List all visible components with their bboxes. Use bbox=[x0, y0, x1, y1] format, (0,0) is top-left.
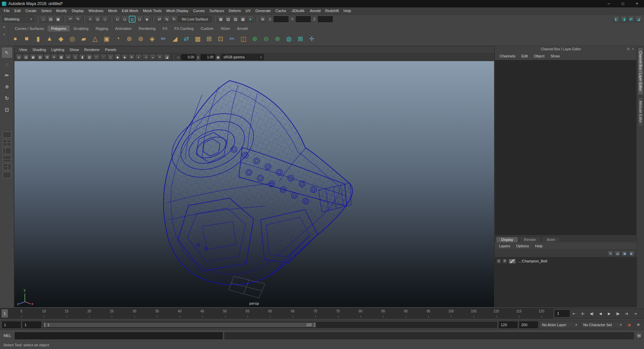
toggle-tool-settings-icon[interactable]: ◩ bbox=[628, 16, 635, 22]
channel-box-menu-item[interactable]: Show bbox=[547, 54, 563, 58]
shelf-tab[interactable]: Animation bbox=[112, 26, 135, 32]
poly-torus-icon[interactable]: ◎ bbox=[67, 34, 77, 44]
poly-cylinder-icon[interactable]: ▮ bbox=[33, 34, 43, 44]
resolution-gate-icon[interactable]: ▯ bbox=[72, 54, 78, 60]
menu-item[interactable]: Create bbox=[23, 7, 39, 14]
channel-box-menu-item[interactable]: Channels bbox=[497, 54, 518, 58]
viewport-menu-item[interactable]: Shading bbox=[30, 48, 49, 52]
lock-camera-icon[interactable]: ◎ bbox=[16, 54, 22, 60]
color-management-icon[interactable]: ◉ bbox=[217, 55, 220, 59]
lasso-tool-icon[interactable]: ◌ bbox=[2, 59, 12, 69]
hypershade-icon[interactable]: ● bbox=[247, 16, 254, 22]
shelf-menu-icon[interactable]: ≡ bbox=[2, 32, 7, 37]
poly-extrude-icon[interactable]: ⊞ bbox=[204, 34, 214, 44]
layer-editor-menu-item[interactable]: Layers bbox=[496, 244, 513, 248]
render-settings-icon[interactable]: ▩ bbox=[239, 16, 246, 22]
multi-cut-icon[interactable]: ✂ bbox=[227, 34, 237, 44]
ipr-render-icon[interactable]: ▨ bbox=[232, 16, 239, 22]
mel-command-input[interactable] bbox=[15, 332, 223, 339]
select-by-component-icon[interactable]: ◇ bbox=[102, 16, 108, 22]
time-slider-ruler[interactable]: 1 5 10 15 20 25 30 35 40 45 50 bbox=[0, 308, 553, 318]
rotate-tool-icon[interactable]: ↻ bbox=[2, 93, 12, 103]
gamma-icon[interactable]: γ bbox=[197, 55, 199, 59]
layout-hypershade-persp-icon[interactable] bbox=[3, 164, 11, 170]
exposure-icon[interactable]: ☼ bbox=[176, 55, 180, 59]
shelf-tab[interactable]: Rendering bbox=[135, 26, 159, 32]
use-all-lights-icon[interactable]: ☀ bbox=[128, 54, 135, 60]
command-result-area[interactable] bbox=[224, 332, 634, 339]
menu-item[interactable]: Surfaces bbox=[207, 7, 226, 14]
range-slider-bar[interactable]: 1 120 bbox=[44, 322, 316, 327]
go-to-end-icon[interactable]: ⇥ bbox=[631, 310, 639, 317]
outputs-from-selected-icon[interactable]: ⇆ bbox=[163, 16, 170, 22]
bookmark-icon[interactable]: ▣ bbox=[30, 54, 36, 60]
poly-pipe-icon[interactable]: ▣ bbox=[101, 34, 112, 44]
playback-end-field[interactable]: 120 bbox=[499, 321, 518, 328]
poly-wedge-icon[interactable]: ◢ bbox=[170, 34, 180, 44]
poly-combine-icon[interactable]: ▦ bbox=[193, 34, 203, 44]
character-set-dropdown[interactable]: No Character Set ▾ bbox=[581, 321, 624, 328]
xray-icon[interactable]: ◓ bbox=[157, 54, 163, 60]
range-slider-track[interactable]: 1 120 bbox=[43, 322, 497, 328]
shelf-tab[interactable]: XGen bbox=[217, 26, 233, 32]
step-back-frame-icon[interactable]: ⇇ bbox=[579, 310, 587, 317]
layer-visible-toggle[interactable]: V bbox=[496, 258, 501, 264]
safe-title-icon[interactable]: ▫ bbox=[100, 54, 107, 60]
channel-box-menu-item[interactable]: Object bbox=[531, 54, 547, 58]
two-d-pan-zoom-icon[interactable]: ⊞ bbox=[44, 54, 50, 60]
menu-item[interactable]: Generate bbox=[253, 7, 273, 14]
paint-selection-tool-icon[interactable]: ✏ bbox=[2, 70, 12, 81]
script-editor-icon[interactable]: ▤ bbox=[636, 332, 642, 339]
command-mode-toggle[interactable]: MEL bbox=[2, 334, 13, 338]
layer-editor-tab[interactable]: Render bbox=[519, 237, 541, 242]
maximize-button[interactable]: □ bbox=[616, 0, 630, 7]
modeling-toolkit-icon[interactable]: ✛ bbox=[307, 34, 317, 44]
poly-sphere-icon[interactable]: ● bbox=[10, 34, 20, 44]
quad-draw-icon[interactable]: ⇄ bbox=[181, 34, 192, 44]
current-time-marker[interactable]: 1 bbox=[2, 309, 8, 317]
menu-item[interactable]: -3DtoAll- bbox=[288, 7, 308, 14]
viewport-menu-item[interactable]: Lighting bbox=[49, 48, 67, 52]
dock-tab[interactable]: Channel Box / Layer Editor bbox=[638, 47, 643, 95]
poly-bevel-icon[interactable]: ⊡ bbox=[215, 34, 226, 44]
sculpt-tool-icon[interactable]: ✏ bbox=[158, 34, 169, 44]
textured-mode-icon[interactable]: ◈ bbox=[121, 54, 128, 60]
viewport-menu-item[interactable]: Renderer bbox=[82, 48, 102, 52]
menu-item[interactable]: Redshift bbox=[323, 7, 341, 14]
layer-row[interactable]: V P ...:Champion_Belt bbox=[495, 258, 636, 264]
boolean-union-icon[interactable]: ⊕ bbox=[250, 34, 260, 44]
snap-to-view-planes-icon[interactable]: ⊔ bbox=[136, 16, 143, 22]
layer-editor-tab[interactable]: Display bbox=[496, 237, 518, 242]
menu-item[interactable]: Mesh Tools bbox=[141, 7, 164, 14]
select-by-hierarchy-icon[interactable]: ≡ bbox=[87, 16, 94, 22]
save-scene-icon[interactable]: ▣ bbox=[55, 16, 61, 22]
layout-four-pane-icon[interactable] bbox=[3, 140, 11, 146]
open-render-view-icon[interactable]: ▦ bbox=[217, 16, 224, 22]
snap-to-points-icon[interactable]: ⊔ bbox=[129, 16, 136, 22]
undo-icon[interactable]: ↶ bbox=[67, 16, 74, 22]
layer-editor-menu-item[interactable]: Options bbox=[513, 244, 532, 248]
poly-pyramid-icon[interactable]: △ bbox=[90, 34, 100, 44]
construction-history-icon[interactable]: ↻ bbox=[171, 16, 177, 22]
shelf-tab[interactable]: Curves / Surfaces bbox=[11, 26, 47, 32]
step-forward-frame-icon[interactable]: ⇉ bbox=[623, 310, 631, 317]
menu-item[interactable]: File bbox=[1, 7, 12, 14]
viewport-canvas[interactable]: y x z persp bbox=[14, 61, 494, 307]
menu-item[interactable]: UV bbox=[243, 7, 253, 14]
go-to-start-icon[interactable]: ⇤ bbox=[570, 310, 578, 317]
viewport-menu-item[interactable]: Show bbox=[67, 48, 82, 52]
smooth-icon[interactable]: ◍ bbox=[284, 34, 294, 44]
animation-preferences-icon[interactable]: ✳ bbox=[635, 321, 642, 328]
layer-editor-tab[interactable]: Anim bbox=[542, 237, 560, 242]
layer-options-icon[interactable]: ◧ bbox=[629, 251, 635, 256]
boolean-intersection-icon[interactable]: ⊗ bbox=[272, 34, 283, 44]
ambient-occlusion-icon[interactable]: ◑ bbox=[143, 54, 149, 60]
menu-item[interactable]: Mesh Display bbox=[164, 7, 191, 14]
poly-mirror-icon[interactable]: ◫ bbox=[238, 34, 249, 44]
sort-layers-icon[interactable]: ⇅ bbox=[607, 251, 613, 256]
menu-item[interactable]: Help bbox=[341, 7, 354, 14]
menu-item[interactable]: Cache bbox=[273, 7, 288, 14]
toggle-channel-box-icon[interactable]: ◪ bbox=[635, 16, 642, 22]
animation-end-field[interactable]: 200 bbox=[519, 321, 538, 328]
layout-persp-graph-icon[interactable] bbox=[3, 156, 11, 162]
